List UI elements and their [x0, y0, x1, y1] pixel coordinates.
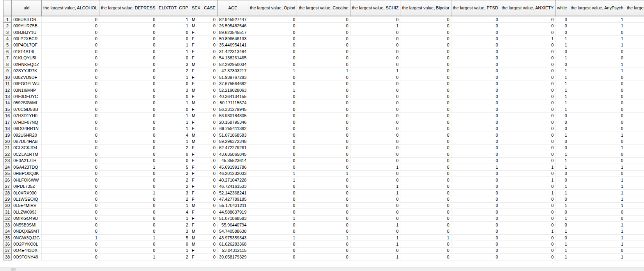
cell-opiod[interactable]: 0 — [248, 55, 297, 61]
cell-elixtot_grp[interactable]: 1 — [157, 119, 190, 125]
cell-tobacco[interactable]: 0 — [625, 202, 644, 209]
row-number[interactable]: 20 — [4, 138, 12, 144]
cell-ptsd[interactable]: 0 — [451, 254, 500, 260]
cell-depress[interactable]: 0 — [99, 119, 157, 125]
cell-schiz[interactable]: 0 — [350, 100, 400, 106]
row-number[interactable]: 11 — [4, 80, 12, 87]
cell-schiz[interactable]: 0 — [350, 132, 400, 138]
cell-ptsd[interactable]: 0 — [451, 138, 500, 144]
cell-opiod[interactable]: 0 — [248, 61, 297, 68]
cell-uid[interactable]: 038ZVD9DF — [12, 74, 42, 80]
cell-bipolar[interactable]: 0 — [400, 36, 451, 42]
cell-depress[interactable]: 0 — [99, 16, 157, 23]
cell-white[interactable]: 1 — [556, 183, 569, 189]
cell-anypsych[interactable]: 1 — [569, 183, 625, 189]
cell-depress[interactable]: 0 — [99, 222, 157, 228]
cell-case[interactable]: 0 — [202, 209, 217, 215]
cell-uid[interactable]: 01KLQYU5I — [12, 55, 42, 61]
row-number[interactable]: 14 — [4, 100, 12, 106]
cell-tobacco[interactable]: 0 — [625, 74, 644, 80]
cell-bipolar[interactable]: 0 — [400, 23, 451, 29]
cell-age[interactable]: 47.427789185 — [217, 196, 248, 202]
cell-alcohol[interactable]: 0 — [42, 125, 99, 132]
cell-bipolar[interactable]: 0 — [400, 61, 451, 68]
cell-opiod[interactable]: 0 — [248, 151, 297, 157]
cell-opiod[interactable]: 0 — [248, 119, 297, 125]
cell-ptsd[interactable]: 0 — [451, 74, 500, 80]
row-number[interactable]: 13 — [4, 93, 12, 100]
cell-white[interactable]: 0 — [556, 222, 569, 228]
cell-cocaine[interactable]: 0 — [297, 144, 350, 151]
cell-schiz[interactable]: 0 — [350, 80, 400, 87]
cell-anxiety[interactable]: 0 — [500, 222, 555, 228]
cell-elixtot_grp[interactable]: 5 — [157, 164, 190, 170]
cell-schiz[interactable]: 0 — [350, 87, 400, 93]
cell-schiz[interactable]: 0 — [350, 93, 400, 100]
cell-ptsd[interactable]: 0 — [451, 151, 500, 157]
cell-age[interactable]: 61.626283368 — [217, 241, 248, 247]
cell-sex[interactable]: F — [190, 48, 202, 55]
cell-anxiety[interactable]: 0 — [500, 209, 555, 215]
cell-alcohol[interactable]: 0 — [42, 247, 99, 253]
cell-tobacco[interactable]: 0 — [625, 87, 644, 93]
cell-case[interactable]: 0 — [202, 177, 217, 183]
cell-depress[interactable]: 0 — [99, 61, 157, 68]
cell-depress[interactable]: 0 — [99, 93, 157, 100]
cell-case[interactable]: 0 — [202, 132, 217, 138]
cell-bipolar[interactable]: 0 — [400, 254, 451, 260]
row-number[interactable]: 32 — [4, 215, 12, 221]
row-number[interactable]: 16 — [4, 112, 12, 119]
cell-age[interactable]: 35.446954141 — [217, 42, 248, 48]
cell-tobacco[interactable]: 0 — [625, 93, 644, 100]
cell-tobacco[interactable]: 0 — [625, 42, 644, 48]
cell-bipolar[interactable]: 0 — [400, 119, 451, 125]
cell-white[interactable]: 1 — [556, 93, 569, 100]
cell-cocaine[interactable]: 0 — [297, 125, 350, 132]
cell-tobacco[interactable]: 0 — [625, 241, 644, 247]
cell-anxiety[interactable]: 0 — [500, 247, 555, 253]
cell-bipolar[interactable]: 0 — [400, 247, 451, 253]
cell-white[interactable]: 1 — [556, 241, 569, 247]
cell-age[interactable]: 50.896646133 — [217, 36, 248, 42]
cell-age[interactable]: 51.939767283 — [217, 74, 248, 80]
cell-age[interactable]: 39.058179329 — [217, 254, 248, 260]
cell-white[interactable]: 0 — [556, 125, 569, 132]
cell-depress[interactable]: 0 — [99, 202, 157, 209]
cell-uid[interactable]: 0L1WSEOIQ — [12, 196, 42, 202]
cell-cocaine[interactable]: 0 — [297, 23, 350, 29]
cell-sex[interactable]: F — [190, 177, 202, 183]
cell-white[interactable]: 1 — [556, 100, 569, 106]
cell-anypsych[interactable]: 0 — [569, 87, 625, 93]
cell-uid[interactable]: 0L5E4MIRV — [12, 202, 42, 209]
cell-anypsych[interactable]: 1 — [569, 241, 625, 247]
column-header-age[interactable]: AGE — [217, 0, 248, 16]
cell-case[interactable]: 0 — [202, 241, 217, 247]
cell-cocaine[interactable]: 1 — [297, 170, 350, 177]
cell-schiz[interactable]: 0 — [350, 151, 400, 157]
cell-depress[interactable]: 0 — [99, 170, 157, 177]
cell-opiod[interactable]: 0 — [248, 125, 297, 132]
cell-sex[interactable]: F — [190, 254, 202, 260]
row-number[interactable]: 25 — [4, 170, 12, 177]
row-number[interactable]: 36 — [4, 241, 12, 247]
cell-ptsd[interactable]: 0 — [451, 36, 500, 42]
cell-schiz[interactable]: 0 — [350, 196, 400, 202]
cell-case[interactable]: 0 — [202, 23, 217, 29]
cell-alcohol[interactable]: 0 — [42, 61, 99, 68]
cell-sex[interactable]: F — [190, 68, 202, 74]
cell-elixtot_grp[interactable]: 0 — [157, 55, 190, 61]
cell-uid[interactable]: 0L0XRX900 — [12, 189, 42, 196]
cell-sex[interactable]: M — [190, 241, 202, 247]
cell-cocaine[interactable]: 0 — [297, 222, 350, 228]
cell-depress[interactable]: 0 — [99, 42, 157, 48]
cell-white[interactable]: 0 — [556, 48, 569, 55]
cell-alcohol[interactable]: 0 — [42, 209, 99, 215]
cell-elixtot_grp[interactable]: 0 — [157, 157, 190, 164]
column-header-anxiety[interactable]: the largest value, ANXIETY — [500, 0, 555, 16]
cell-schiz[interactable]: 1 — [350, 234, 400, 241]
cell-tobacco[interactable]: 0 — [625, 112, 644, 119]
cell-opiod[interactable]: 0 — [248, 254, 297, 260]
cell-tobacco[interactable]: 0 — [625, 29, 644, 35]
cell-alcohol[interactable]: 0 — [42, 68, 99, 74]
cell-sex[interactable]: F — [190, 189, 202, 196]
